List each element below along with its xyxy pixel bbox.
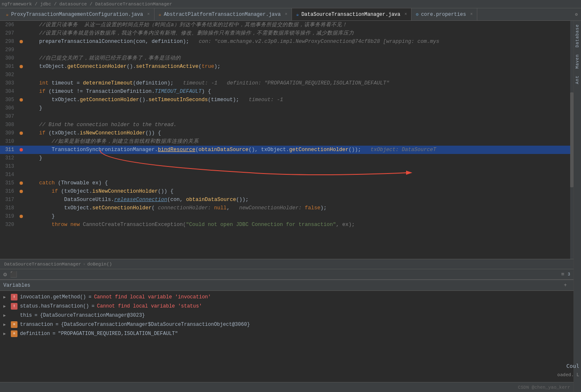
java-icon: ☕ <box>6 12 9 17</box>
line-content: //设置只读事务就是告诉数据库，我这个事务内没有新增、修改、删除操作只有查询操作… <box>25 29 574 37</box>
line-gutter <box>17 29 25 37</box>
line-gutter <box>17 162 25 171</box>
tab-abstract[interactable]: ☕ AbstractPlatformTransactionManager.jav… <box>155 8 292 21</box>
code-line-311: 311 TransactionSynchronizationManager.bi… <box>0 146 574 154</box>
line-content: catch (Throwable ex) { <box>25 179 574 187</box>
line-content: DataSourceUtils.releaseConnection(con, o… <box>25 196 574 204</box>
var-value: {DataSourceTransactionManager@3023} <box>40 313 145 318</box>
debug-icon-1[interactable]: ⚙ <box>3 271 7 278</box>
line-number: 319 <box>0 212 17 221</box>
code-line-305: 305 txObject.getConnectionHolder().setTi… <box>0 96 574 104</box>
line-gutter <box>17 154 25 162</box>
tab-proxy[interactable]: ☕ ProxyTransactionManagementConfiguratio… <box>2 8 155 21</box>
settings-icon[interactable]: ⚙ <box>575 12 578 17</box>
line-gutter <box>17 171 25 179</box>
code-line-304: 304 if (timeout != TransactionDefinition… <box>0 87 574 96</box>
java-icon: ☕ <box>159 12 162 17</box>
debug-icon-2[interactable]: ⬛ <box>10 271 17 278</box>
debug-icon-3[interactable]: ≡ <box>561 271 564 278</box>
line-content <box>25 171 574 179</box>
code-breadcrumb: DataSourceTransactionManager › doBegin() <box>0 259 574 269</box>
expand-icon[interactable]: ▶ <box>3 295 8 300</box>
tab-proxy-close[interactable]: × <box>147 12 150 17</box>
line-content: } <box>25 104 574 112</box>
line-content: //设置只读事务 从这一点设置的时间点开始（时间点a）到达个事务结束的过程中，其… <box>25 21 574 29</box>
variable-this[interactable]: ▶ this = {DataSourceTransactionManager@3… <box>0 311 574 320</box>
expand-icon[interactable]: ▶ <box>3 331 8 336</box>
var-eq: = <box>92 303 95 309</box>
line-gutter <box>17 79 25 87</box>
panel-header: Variables + <box>0 280 574 291</box>
sidebar-database-label[interactable]: Database <box>575 21 580 51</box>
line-gutter <box>17 121 25 129</box>
variable-status[interactable]: ▶ ! status.hasTransaction() = Cannot fin… <box>0 302 574 311</box>
tab-abstract-label: AbstractPlatformTransactionManager.java <box>164 12 281 17</box>
scrollbar-thumb[interactable] <box>570 92 574 188</box>
variable-transaction[interactable]: ▶ ≡ transaction = {DataSourceTransaction… <box>0 320 574 329</box>
var-icon-red: ! <box>11 303 17 310</box>
add-watch-button[interactable]: + <box>564 283 567 288</box>
code-line-299: 299 <box>0 46 574 54</box>
line-number: 311 <box>0 146 17 154</box>
line-content: } <box>25 212 574 221</box>
var-icon-red: ! <box>11 294 17 300</box>
line-gutter <box>17 37 25 46</box>
expand-icon[interactable]: ▶ <box>3 304 8 309</box>
variable-invocation[interactable]: ▶ ! invocation.getMethod() = Cannot find… <box>0 293 574 302</box>
code-line-317: 317 DataSourceUtils.releaseConnection(co… <box>0 196 574 204</box>
code-line-312: 312 } <box>0 154 574 162</box>
line-number: 304 <box>0 87 17 96</box>
breadcrumb-sep: › <box>83 262 86 267</box>
tab-abstract-close[interactable]: × <box>285 12 287 17</box>
line-gutter <box>17 104 25 112</box>
sidebar-maven-label[interactable]: Maven <box>575 51 580 72</box>
code-viewport[interactable]: 296 //设置只读事务 从这一点设置的时间点开始（时间点a）到达个事务结束的过… <box>0 21 574 259</box>
expand-icon[interactable]: ▶ <box>3 322 8 327</box>
line-content: //自已提交关闭了，就说明已经开启事务了，事务是活动的 <box>25 54 574 62</box>
line-number: 313 <box>0 162 17 171</box>
line-content: if (txObject.isNewConnectionHolder()) { <box>25 129 574 137</box>
props-icon: ⚙ <box>416 12 419 17</box>
line-gutter <box>17 196 25 204</box>
expand-icon[interactable]: ▶ <box>3 313 8 318</box>
debug-toolbar: ⚙ ⬛ ≡ 3 <box>0 269 574 280</box>
code-line-301: 301 txObject.getConnectionHolder().setTr… <box>0 62 574 71</box>
code-line-308: 308 // Bind the connection holder to the… <box>0 121 574 129</box>
line-gutter <box>17 54 25 62</box>
code-line-300: 300 //自已提交关闭了，就说明已经开启事务了，事务是活动的 <box>0 54 574 62</box>
code-line-298: 298 prepareTransactionalConnection(con, … <box>0 37 574 46</box>
tab-core[interactable]: ⚙ core.properties × <box>411 8 477 21</box>
line-gutter <box>17 71 25 79</box>
line-gutter <box>17 221 25 229</box>
code-line-316: 316 if (txObject.isNewConnectionHolder()… <box>0 187 574 196</box>
line-number: 310 <box>0 137 17 146</box>
var-name: status.hasTransaction() <box>20 303 89 309</box>
tab-datasource[interactable]: ☕ DataSourceTransactionManager.java × <box>292 8 411 21</box>
vertical-scrollbar[interactable] <box>570 21 574 259</box>
line-content: //如果是新创建的事务，则建立当前线程和数据库连接的关系 <box>25 137 574 146</box>
code-line-318: 318 txObject.setConnectionHolder( connec… <box>0 204 574 212</box>
breakpoint-dot-active <box>20 148 23 151</box>
top-breadcrumb: ngframework / jdbc / datasource / DataSo… <box>0 0 581 8</box>
tab-bar: ☕ ProxyTransactionManagementConfiguratio… <box>0 8 581 21</box>
code-lines: 296 //设置只读事务 从这一点设置的时间点开始（时间点a）到达个事务结束的过… <box>0 21 574 231</box>
var-error: Cannot find local variable 'invocation' <box>94 294 211 300</box>
tab-core-close[interactable]: × <box>470 12 473 17</box>
line-content: TransactionSynchronizationManager.bindRe… <box>25 146 574 154</box>
code-line-306: 306 } <box>0 104 574 112</box>
code-line-314: 314 <box>0 171 574 179</box>
variable-definition[interactable]: ▶ ≡ definition = "PROPAGATION_REQUIRED,I… <box>0 329 574 338</box>
line-content: if (timeout != TransactionDefinition.TIM… <box>25 87 574 96</box>
line-gutter <box>17 187 25 196</box>
loaded-overflow-text: oaded. L <box>557 372 579 377</box>
var-name: invocation.getMethod() <box>20 294 86 300</box>
tab-datasource-close[interactable]: × <box>404 12 407 17</box>
line-number: 302 <box>0 71 17 79</box>
status-bar: CSDN @chen_yao_kerr <box>0 382 574 392</box>
var-error: Cannot find local variable 'status' <box>97 303 202 309</box>
line-number: 300 <box>0 54 17 62</box>
line-gutter <box>17 62 25 71</box>
sidebar-ant-label[interactable]: Ant <box>575 72 580 87</box>
line-number: 301 <box>0 62 17 71</box>
line-content: txObject.setConnectionHolder( connection… <box>25 204 574 212</box>
